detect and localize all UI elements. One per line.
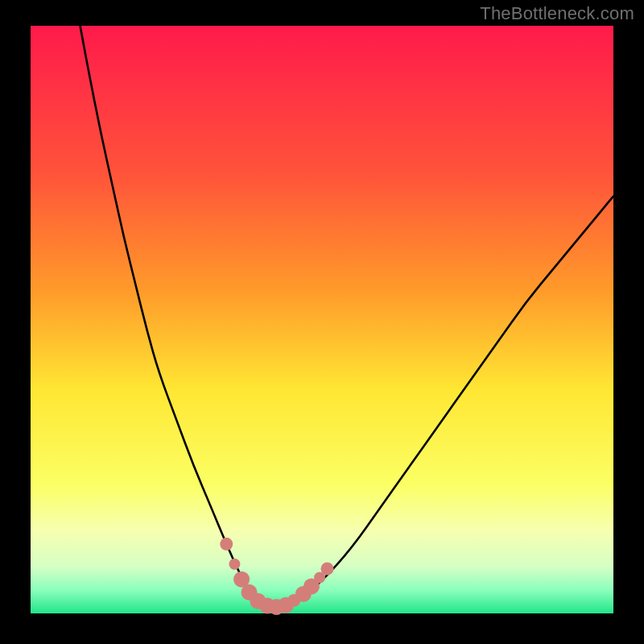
curve-marker: [220, 538, 233, 551]
plot-background: [31, 26, 613, 613]
curve-marker: [229, 559, 240, 570]
curve-marker: [321, 563, 334, 576]
chart-svg-wrap: [0, 0, 644, 644]
chart-frame: TheBottleneck.com: [0, 0, 644, 644]
chart-svg: [0, 0, 644, 644]
